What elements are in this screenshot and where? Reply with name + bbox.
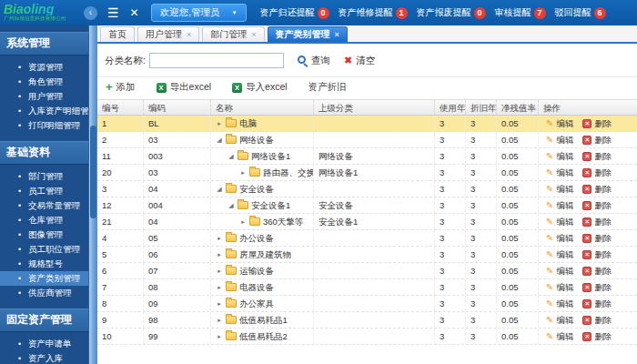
sidebar-item[interactable]: 角色管理 (0, 75, 88, 89)
depreciation-button[interactable]: 资产折旧 (308, 81, 347, 94)
sidebar-item[interactable]: 员工管理 (0, 184, 88, 198)
sidebar-section-fixed-assets[interactable]: 固定资产管理 (0, 308, 88, 332)
column-header-code[interactable]: 编码 (144, 100, 211, 115)
table-row[interactable]: 5 06 ▸ 房屋及建筑物 3 3 0.05 ✎ 编辑 (97, 247, 637, 263)
tree-toggle-icon[interactable]: ◢ (228, 148, 235, 164)
edit-button[interactable]: ✎ 编辑 (546, 148, 573, 164)
column-header-depreciation[interactable]: 折旧年限 (466, 100, 497, 115)
delete-button[interactable]: × 删除 (582, 312, 612, 328)
import-excel-button[interactable]: X 导入excel (232, 81, 288, 94)
edit-button[interactable]: ✎ 编辑 (546, 296, 573, 311)
sidebar-item[interactable]: 供应商管理 (0, 286, 88, 300)
tree-toggle-icon[interactable]: ▸ (216, 296, 223, 311)
tree-toggle-icon[interactable]: ▸ (216, 263, 223, 278)
tree-toggle-icon[interactable]: ◢ (228, 197, 235, 213)
add-button[interactable]: + 添加 (106, 81, 136, 94)
delete-button[interactable]: × 删除 (582, 197, 612, 213)
edit-button[interactable]: ✎ 编辑 (546, 197, 573, 213)
edit-button[interactable]: ✎ 编辑 (546, 230, 573, 246)
delete-button[interactable]: × 删除 (582, 181, 612, 197)
sidebar-item[interactable]: 规格型号 (0, 257, 88, 271)
sidebar-item[interactable]: 员工职位管理 (0, 242, 88, 257)
delete-button[interactable]: × 删除 (582, 132, 612, 147)
edit-button[interactable]: ✎ 编辑 (546, 312, 573, 328)
export-excel-button[interactable]: X 导出excel (157, 81, 212, 94)
table-row[interactable]: 2 03 ◢ 网络设备 3 3 0.05 ✎ 编辑 (97, 132, 637, 148)
sidebar-item[interactable]: 资产申请单 (0, 337, 88, 351)
sidebar-section-basic[interactable]: 基础资料 (0, 141, 88, 165)
tree-toggle-icon[interactable]: ▸ (216, 230, 223, 246)
tab[interactable]: 首页 (100, 26, 135, 42)
edit-button[interactable]: ✎ 编辑 (546, 165, 573, 180)
sidebar-item[interactable]: 交易常量管理 (0, 198, 88, 213)
sidebar-collapse-button[interactable]: ‹ (84, 6, 97, 20)
table-row[interactable]: 12 004 ◢ 安全设备1 安全设备 3 3 0.05 ✎ 编辑 (97, 197, 637, 214)
edit-button[interactable]: ✎ 编辑 (546, 116, 573, 131)
column-header-number[interactable]: 编号 (97, 100, 144, 115)
edit-button[interactable]: ✎ 编辑 (546, 214, 573, 229)
delete-button[interactable]: × 删除 (582, 279, 612, 295)
delete-button[interactable]: × 删除 (582, 116, 612, 131)
delete-button[interactable]: × 删除 (582, 263, 612, 278)
tree-toggle-icon[interactable]: ◢ (216, 181, 223, 197)
table-row[interactable]: 1 BL ▸ 电脑 3 3 0.05 ✎ 编辑 (97, 116, 637, 132)
table-row[interactable]: 9 98 ▸ 低值易耗品1 3 3 0.05 ✎ 编辑 (97, 312, 637, 329)
sidebar-item[interactable]: 打印明细管理 (0, 118, 88, 133)
query-button[interactable]: 查询 (298, 55, 330, 67)
notification-link[interactable]: 资产归还提醒 0 (260, 6, 329, 19)
menu-button[interactable]: ☰ (107, 5, 119, 20)
notification-link[interactable]: 审核提醒 7 (495, 6, 546, 19)
delete-button[interactable]: × 删除 (582, 214, 612, 229)
column-header-residual[interactable]: 净残值率 (497, 100, 539, 115)
column-header-name[interactable]: 名称 (211, 100, 314, 115)
sidebar-scrollbar[interactable] (88, 25, 97, 364)
delete-button[interactable]: × 删除 (582, 329, 612, 344)
scrollbar-thumb[interactable] (90, 126, 96, 218)
table-row[interactable]: 6 07 ▸ 运输设备 3 3 0.05 ✎ 编辑 (97, 263, 637, 279)
edit-button[interactable]: ✎ 编辑 (546, 181, 573, 197)
tree-toggle-icon[interactable]: ▸ (239, 165, 247, 180)
delete-button[interactable]: × 删除 (582, 247, 612, 262)
column-header-parent[interactable]: 上级分类 (314, 100, 435, 115)
tree-toggle-icon[interactable]: ▸ (216, 247, 223, 262)
tree-toggle-icon[interactable]: ▸ (216, 116, 223, 131)
user-menu-button[interactable]: 欢迎您,管理员 ▼ (151, 4, 247, 22)
notification-link[interactable]: 驳回提醒 6 (555, 6, 606, 19)
notification-link[interactable]: 资产维修提醒 1 (339, 6, 408, 19)
sidebar-item[interactable]: 图像管理 (0, 228, 88, 242)
tab[interactable]: 部门管理 × (202, 26, 264, 42)
close-button[interactable]: ✕ (130, 6, 139, 19)
category-name-input[interactable] (149, 53, 284, 68)
table-row[interactable]: 21 04 ▸ 360天擎等 安全设备1 3 3 0.05 ✎ 编辑 (97, 214, 637, 230)
table-row[interactable]: 20 03 ▸ 路由器、交换机等网络服务 网络设备1 3 3 0.05 ✎ 编 (97, 165, 637, 181)
tab-close-icon[interactable]: × (251, 30, 256, 39)
edit-button[interactable]: ✎ 编辑 (546, 279, 573, 295)
table-row[interactable]: 3 04 ◢ 安全设备 3 3 0.05 ✎ 编辑 (97, 181, 637, 197)
delete-button[interactable]: × 删除 (582, 165, 612, 180)
edit-button[interactable]: ✎ 编辑 (546, 263, 573, 278)
sidebar-item[interactable]: 资产类别管理 (0, 271, 88, 286)
sidebar-item[interactable]: 资源管理 (0, 60, 88, 75)
edit-button[interactable]: ✎ 编辑 (546, 247, 573, 262)
sidebar-item[interactable]: 用户管理 (0, 89, 88, 104)
column-header-operations[interactable]: 操作 (539, 100, 637, 115)
tree-toggle-icon[interactable]: ▸ (216, 279, 223, 295)
tab[interactable]: 资产类别管理 × (268, 26, 348, 42)
table-row[interactable]: 10 99 ▸ 低值易耗品2 3 3 0.05 ✎ 编辑 (97, 329, 637, 345)
sidebar-item[interactable]: 仓库管理 (0, 213, 88, 228)
sidebar-item[interactable]: 资产入库 (0, 351, 88, 364)
table-row[interactable]: 7 08 ▸ 电器设备 3 3 0.05 ✎ 编辑 (97, 279, 637, 296)
tree-toggle-icon[interactable]: ▸ (239, 214, 247, 229)
table-row[interactable]: 4 05 ▸ 办公设备 3 3 0.05 ✎ 编辑 (97, 230, 637, 247)
tab[interactable]: 用户管理 × (137, 26, 199, 42)
sidebar-item[interactable]: 入库资产明细管理 (0, 104, 88, 118)
clear-button[interactable]: ✖ 清空 (344, 55, 375, 67)
tab-close-icon[interactable]: × (187, 30, 191, 39)
table-row[interactable]: 11 003 ◢ 网络设备1 网络设备 3 3 0.05 ✎ 编辑 (97, 148, 637, 165)
delete-button[interactable]: × 删除 (582, 230, 612, 246)
sidebar-section-system[interactable]: 系统管理 (0, 32, 88, 56)
table-row[interactable]: 8 09 ▸ 办公家具 3 3 0.05 ✎ 编辑 (97, 296, 637, 312)
tree-toggle-icon[interactable]: ◢ (216, 132, 223, 147)
delete-button[interactable]: × 删除 (582, 296, 612, 311)
column-header-service-life[interactable]: 使用年限 (435, 100, 466, 115)
